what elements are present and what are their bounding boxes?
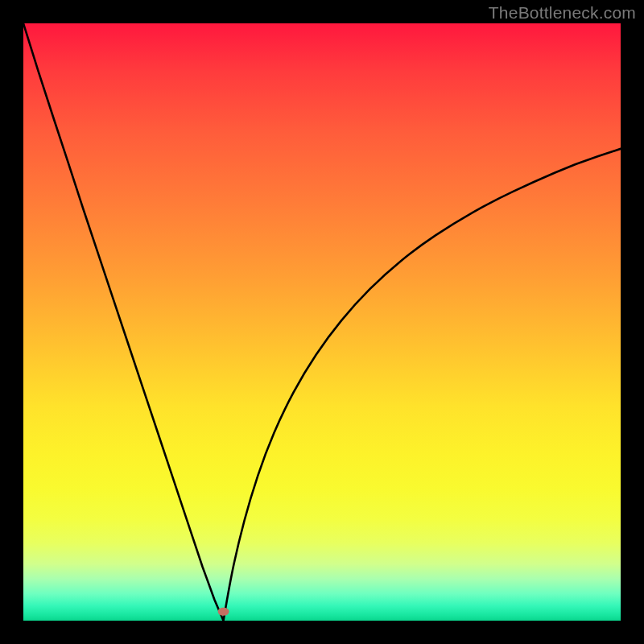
curve-path	[23, 23, 621, 621]
chart-frame: TheBottleneck.com	[0, 0, 644, 644]
min-marker-dot	[218, 608, 229, 616]
bottleneck-curve	[23, 23, 621, 621]
plot-area	[23, 23, 621, 621]
watermark-text: TheBottleneck.com	[489, 3, 636, 23]
min-marker	[218, 608, 229, 616]
chart-svg	[23, 23, 621, 621]
